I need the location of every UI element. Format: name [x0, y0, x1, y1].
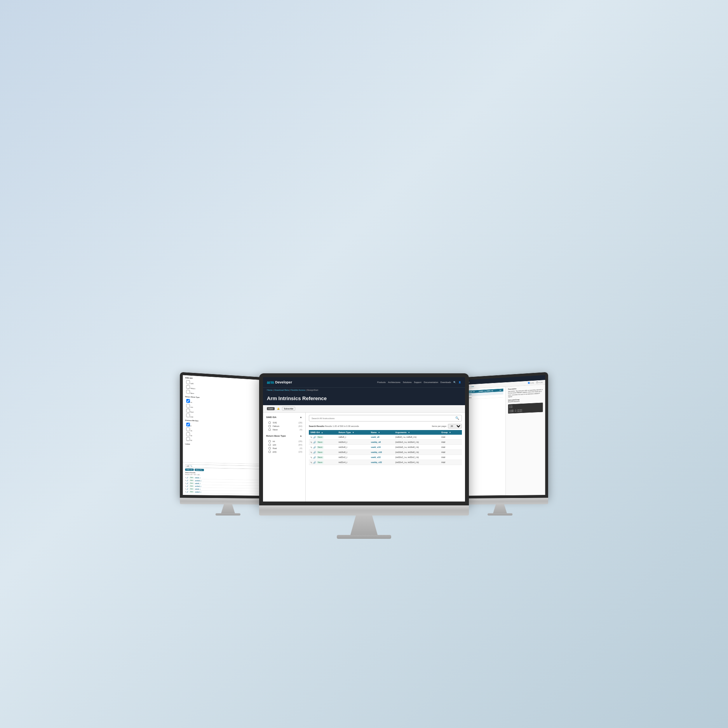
left-ebs-32-label[interactable]: 32 [186, 432, 192, 436]
row1-edit-icon[interactable]: ✎ [310, 436, 312, 439]
sidebar-item-sve-label[interactable]: SVE [268, 421, 277, 424]
left-filter-area: SIMD ISA ▲ SVE (29) [183, 375, 272, 464]
row3-tag: Neon [317, 446, 324, 449]
left-simd-sve-checkbox[interactable] [186, 380, 190, 384]
sidebar-uint-checkbox[interactable] [268, 444, 271, 446]
row6-args: (int32x4_t a, int32x4_t b) [394, 460, 440, 465]
left-rbt-poly-checkbox[interactable] [186, 413, 190, 417]
row6-link-icon[interactable]: 🔗 [313, 461, 316, 464]
row2-simd: ✎ 🔗 Neon [309, 440, 337, 445]
search-icon[interactable]: 🔍 [455, 416, 459, 420]
col-group[interactable]: Group ▼ [440, 430, 462, 435]
left-monitor-stand [221, 504, 235, 513]
row2-name[interactable]: vaddq_s8 [369, 440, 394, 445]
nav-support[interactable]: Support [414, 381, 421, 383]
nav-architectures[interactable]: Architectures [388, 381, 401, 383]
left-simd-helium-checkbox[interactable] [186, 385, 190, 389]
sidebar-item-int-label[interactable]: int [268, 440, 275, 442]
nav-solutions[interactable]: Solutions [403, 381, 412, 383]
left-screen: SIMD ISA ▲ SVE (29) [183, 375, 272, 496]
left-ebs-8-checkbox[interactable] [186, 422, 190, 426]
right-checkbox-16[interactable] [536, 381, 538, 383]
row5-link-icon[interactable]: 🔗 [313, 456, 316, 459]
right-panel-code-block: V[n]; V[n]; voadd1, a, exise]; voadd2, e… [508, 402, 543, 413]
left-ebs-section: Element Bit Size ▲ 8 (29) [185, 420, 270, 444]
row5-name[interactable]: vadd_s32 [369, 455, 394, 460]
sidebar-item-uint: uint (64) [266, 443, 302, 446]
row3-edit-icon[interactable]: ✎ [310, 446, 312, 449]
left-simd-neon-label[interactable]: Neon [186, 390, 194, 394]
row6-edit-icon[interactable]: ✎ [310, 461, 312, 464]
search-icon[interactable]: 🔍 [453, 381, 456, 383]
left-rbt-uint-label[interactable]: uint [186, 404, 193, 408]
row4-edit-icon[interactable]: ✎ [310, 451, 312, 454]
right-ui: arm Developer Element Bit Size Clear 8 (… [456, 375, 545, 496]
row2-edit-icon[interactable]: ✎ [310, 441, 312, 444]
sidebar-sve-checkbox[interactable] [268, 421, 271, 424]
left-simd-sve-label[interactable]: SVE [186, 380, 193, 384]
user-icon[interactable]: 👤 [458, 381, 461, 383]
row1-name[interactable]: vadd_s8 [369, 435, 394, 440]
row4-name[interactable]: vaddq_s16 [369, 450, 394, 455]
row5-edit-icon[interactable]: ✎ [310, 456, 312, 459]
left-ebs-64-checkbox[interactable] [186, 437, 190, 441]
left-ebs-16-label[interactable]: 16 [186, 427, 192, 432]
col-name[interactable]: Name ▼ [369, 430, 394, 435]
row5-group: Add [440, 455, 462, 460]
col-return-type[interactable]: Return Type ▼ [337, 430, 369, 435]
left-rbt-uint-checkbox[interactable] [186, 404, 190, 408]
nav-downloads[interactable]: Downloads [441, 381, 451, 383]
sidebar-neon-count: (4) [300, 428, 302, 431]
sidebar-helium-checkbox[interactable] [268, 425, 271, 427]
sidebar-neon-checkbox[interactable] [268, 428, 271, 431]
arm-ui: arm Developer Products Architectures Sol… [263, 377, 465, 502]
col-arguments[interactable]: Arguments ▼ [394, 430, 440, 435]
left-rbt-poly-label[interactable]: poly [186, 413, 193, 418]
left-simd-helium-label[interactable]: Helium [186, 385, 195, 390]
breadcrumb-download[interactable]: Download Beta [274, 389, 289, 391]
search-input[interactable] [312, 417, 455, 420]
left-rbt-float-label[interactable]: float [186, 409, 193, 413]
left-lanes-label: Lanes [185, 443, 190, 445]
row1-link-icon[interactable]: 🔗 [313, 436, 316, 439]
left-rbt-float-checkbox[interactable] [186, 409, 190, 413]
sidebar-item-poly-label[interactable]: poly [268, 451, 277, 453]
sidebar-poly-checkbox[interactable] [268, 451, 271, 453]
subscribe-button[interactable]: Subscribe [282, 407, 295, 411]
left-ebs-8-label[interactable]: 8 [186, 422, 191, 427]
breadcrumb-home[interactable]: Home [267, 389, 273, 391]
row2-link-icon[interactable]: 🔗 [313, 441, 316, 444]
nav-products[interactable]: Products [377, 381, 386, 383]
result-name-6: int32x4_t [195, 491, 201, 493]
sidebar-int-checkbox[interactable] [268, 440, 271, 442]
col-simd-isa[interactable]: SIMD ISA ▲ [309, 430, 337, 435]
row3-link-icon[interactable]: 🔗 [313, 446, 316, 449]
sidebar-item-helium-label[interactable]: Helium [268, 425, 279, 427]
left-ebs-64-label[interactable]: 64 [186, 437, 192, 441]
left-ebs-32-checkbox[interactable] [186, 432, 190, 436]
sidebar-item-poly: poly (23) [266, 450, 302, 453]
sidebar-item-uint-label[interactable]: uint [268, 444, 276, 446]
sidebar-float-checkbox[interactable] [268, 447, 271, 449]
sidebar-simd-chevron: ▲ [300, 416, 302, 418]
sidebar-item-neon-label[interactable]: Neon [268, 428, 278, 431]
dark-toggle-button[interactable]: Dark [267, 407, 275, 410]
right-clear-link[interactable]: Clear [470, 385, 474, 387]
sort-name-icon: ▼ [378, 431, 380, 434]
left-simd-neon-checkbox[interactable] [186, 390, 190, 394]
left-rbt-int-label[interactable]: int [186, 399, 192, 403]
sidebar-item-float-label[interactable]: float [268, 447, 277, 449]
row4-link-icon[interactable]: 🔗 [313, 451, 316, 454]
breadcrumb-flexible[interactable]: Flexible Access [291, 389, 305, 391]
right-checkbox-8[interactable] [528, 382, 529, 384]
row6-name[interactable]: vaddq_s32 [369, 460, 394, 465]
row4-tag: Neon [317, 451, 324, 454]
arm-table-body: ✎ 🔗 Neon int8x8_t vadd_s8 (int8x8_t a, i… [309, 435, 462, 465]
items-per-page-select[interactable]: 20 50 100 [448, 424, 462, 428]
row5-return: int32x2_t [337, 455, 369, 460]
nav-documentation[interactable]: Documentation [424, 381, 438, 383]
row3-args: (int16x8_t a, int16x8_t b) [394, 445, 440, 450]
left-ebs-16-checkbox[interactable] [186, 427, 190, 431]
row3-name[interactable]: vadd_s16 [369, 445, 394, 450]
left-rbt-int-checkbox[interactable] [186, 399, 190, 403]
